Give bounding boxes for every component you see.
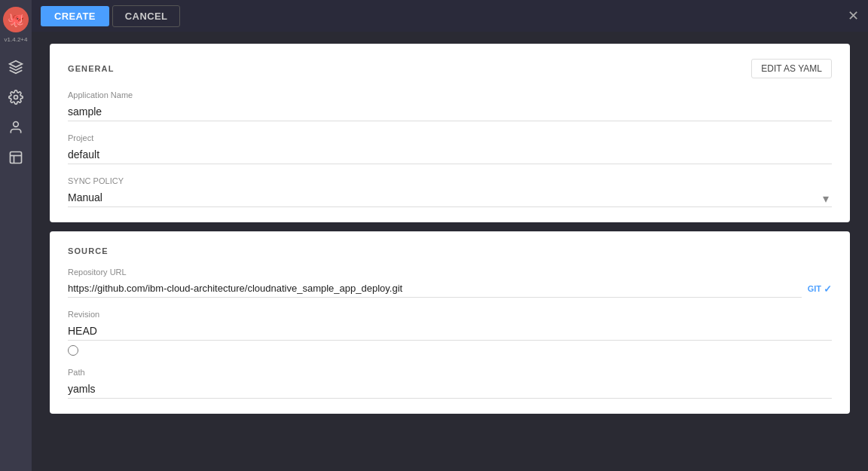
general-section: GENERAL EDIT AS YAML Application Name Pr… (50, 44, 850, 222)
general-section-header: GENERAL EDIT AS YAML (68, 59, 832, 78)
svg-point-4 (14, 122, 19, 127)
revision-radio-row (68, 345, 832, 356)
repo-url-field: Repository URL GIT ✓ (68, 268, 832, 298)
modal-topbar: CREATE CANCEL ✕ (32, 0, 868, 32)
main-area: Applications + NEW APP ↻ SYNC APPS CREAT… (32, 0, 868, 471)
sync-policy-label: SYNC POLICY (68, 176, 832, 185)
project-input[interactable] (68, 145, 832, 164)
app-name-field: Application Name (68, 90, 832, 121)
repo-url-label: Repository URL (68, 268, 832, 277)
close-button[interactable]: ✕ (848, 8, 859, 24)
source-section: SOURCE Repository URL GIT ✓ Revision (50, 231, 850, 414)
revision-radio[interactable] (68, 345, 78, 356)
sync-policy-field: SYNC POLICY Manual Automatic ▾ (68, 176, 832, 207)
reports-nav-icon[interactable] (4, 145, 28, 170)
sidebar: 🐙 v1.4.2+4 (0, 0, 32, 471)
svg-point-3 (14, 96, 18, 99)
app-name-input[interactable] (68, 102, 832, 121)
svg-text:🐙: 🐙 (8, 11, 25, 28)
svg-marker-2 (10, 61, 23, 67)
svg-rect-5 (11, 152, 22, 164)
sync-policy-wrapper: Manual Automatic ▾ (68, 188, 832, 207)
create-button[interactable]: CREATE (41, 6, 109, 26)
project-field: Project (68, 133, 832, 164)
cancel-button[interactable]: CANCEL (112, 5, 181, 27)
git-badge: GIT ✓ (808, 283, 832, 295)
path-input[interactable] (68, 380, 832, 399)
source-section-title: SOURCE (68, 246, 108, 255)
layers-nav-icon[interactable] (4, 55, 28, 79)
sync-policy-select[interactable]: Manual Automatic (68, 188, 832, 207)
revision-field: Revision (68, 310, 832, 356)
source-section-header: SOURCE (68, 246, 832, 255)
project-label: Project (68, 133, 832, 142)
repo-url-input[interactable] (68, 280, 802, 298)
git-label: GIT (808, 284, 821, 293)
repo-url-wrapper: GIT ✓ (68, 280, 832, 298)
revision-input[interactable] (68, 322, 832, 341)
path-label: Path (68, 368, 832, 377)
settings-nav-icon[interactable] (4, 85, 28, 109)
revision-label: Revision (68, 310, 832, 319)
path-field: Path (68, 368, 832, 399)
app-logo[interactable]: 🐙 (2, 6, 29, 33)
git-check-icon: ✓ (824, 283, 832, 295)
modal-overlay: CREATE CANCEL ✕ GENERAL EDIT AS YAML App… (32, 0, 868, 471)
modal-body: GENERAL EDIT AS YAML Application Name Pr… (32, 32, 868, 471)
app-name-label: Application Name (68, 90, 832, 99)
general-section-title: GENERAL (68, 64, 114, 73)
version-label: v1.4.2+4 (5, 36, 28, 43)
user-nav-icon[interactable] (4, 115, 28, 139)
edit-yaml-button[interactable]: EDIT AS YAML (751, 59, 832, 78)
